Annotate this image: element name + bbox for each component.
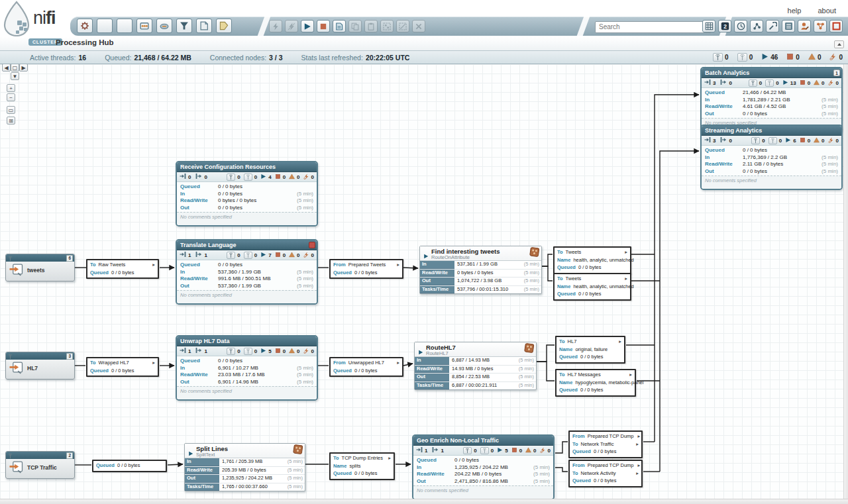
running-icon: [785, 137, 791, 144]
connection-line[interactable]: [542, 254, 553, 266]
connection-line[interactable]: [403, 268, 418, 268]
pan-down-button[interactable]: ▼: [11, 72, 19, 80]
search-input[interactable]: [595, 21, 712, 33]
connection-line[interactable]: [537, 345, 555, 362]
connection-queued-row: Queued0 / 0 bytes: [90, 269, 155, 277]
count-stopped: 0: [275, 252, 286, 259]
toolbar-disable-button[interactable]: [285, 20, 298, 32]
pan-right-button[interactable]: ▶: [19, 64, 28, 72]
connected-nodes-label: Connected nodes:: [210, 54, 266, 62]
connection-line[interactable]: [655, 95, 699, 442]
connection-label-from-unwrapped-hl7[interactable]: FromUnwrapped HL7▸Queued0 / 0 bytes: [329, 357, 403, 377]
toolbar-cluster-button[interactable]: [814, 20, 827, 32]
process-group-metrics: Queued21,466 / 64.22 MBIn1,781,289 / 2.2…: [702, 88, 841, 118]
toolbar-remote-process-group-button[interactable]: [156, 19, 172, 33]
process-group-streaming-analytics[interactable]: Streaming Analytics30006000Queued0 / 0 b…: [700, 125, 843, 190]
toolbar-stop-button[interactable]: [317, 20, 330, 32]
panel-toggle-button[interactable]: [834, 40, 844, 48]
help-link[interactable]: help: [788, 7, 802, 15]
breadcrumb[interactable]: Processing Hub: [56, 38, 114, 46]
processor-chip-icon: [529, 246, 540, 260]
toolbar-processor-button[interactable]: [77, 19, 93, 33]
toolbar-ungroup-button[interactable]: [396, 20, 409, 32]
toolbar-template-button[interactable]: [196, 19, 212, 33]
toolbar-enable-button[interactable]: [269, 20, 282, 32]
process-group-comments: No comments specified: [413, 485, 553, 499]
toolbar-group-button[interactable]: [380, 20, 394, 32]
toolbar-users-button[interactable]: [798, 20, 811, 32]
counters-icon: 2: [721, 22, 729, 30]
process-group-translate-language[interactable]: Translate Language11007000Queued0 / 0 by…: [176, 239, 318, 305]
connection-line[interactable]: [542, 266, 553, 281]
toolbar-provenance-button[interactable]: [750, 20, 763, 32]
toolbar-bulletin-board-button[interactable]: [829, 20, 843, 32]
toolbar-process-group-button[interactable]: [136, 19, 152, 33]
toolbar-input-port-button[interactable]: [97, 19, 113, 33]
port-counts: 11: [416, 446, 444, 454]
queued-value: 21,468 / 64.22 MB: [134, 54, 191, 62]
toolbar-funnel-button[interactable]: [176, 19, 192, 33]
processor-find-interesting-tweets[interactable]: Find interesting tweetsRouteOnAttributeI…: [419, 246, 542, 294]
toolbar-summary-button[interactable]: [702, 20, 716, 32]
chevron-up-icon: [837, 43, 841, 46]
connection-label-to-tweets-1[interactable]: ToTweets▸Namehealth, analytic, unmatched…: [553, 246, 631, 274]
toolbar-controller-settings-button[interactable]: [766, 20, 779, 32]
connection-label-to-hl7-messages[interactable]: ToHL7 Messages▸Namehypoglycemia, metabol…: [555, 369, 636, 397]
pan-left-button[interactable]: ◀: [2, 64, 11, 72]
connection-line[interactable]: [660, 151, 699, 472]
connection-line[interactable]: [537, 362, 555, 381]
connection-label-tcp-queued[interactable]: Queued0 / 0 bytes: [92, 460, 167, 472]
output-port-icon: [195, 347, 202, 355]
connection-label-to-wrapped-hl7[interactable]: ToWrapped HL7▸Queued0 / 0 bytes: [86, 357, 159, 377]
process-group-unwrap-hl7-data[interactable]: Unwrap HL7 Data11005000Queued0 / 0 bytes…: [176, 335, 318, 401]
output-port-icon: [195, 173, 202, 181]
zoom-actual-button[interactable]: ⊞: [7, 117, 15, 125]
process-group-geo-enrich-non-local-traffic[interactable]: Geo Enrich Non-Local Traffic11005000Queu…: [412, 434, 555, 500]
input-port-tweets[interactable]: 6tweets: [5, 254, 75, 281]
toolbar-output-port-button[interactable]: [117, 19, 132, 33]
connection-label-to-network-traffic[interactable]: FromPrepared TCP Dump▸ToNetwork Traffic▸…: [568, 430, 643, 458]
connection-line[interactable]: [555, 442, 568, 453]
toolbar-start-button[interactable]: [301, 20, 314, 32]
process-group-receive-configuration-resources[interactable]: Receive Configuration Resources00004000Q…: [176, 161, 318, 227]
zoom-out-button[interactable]: −: [7, 93, 15, 101]
toolbar-templates-button[interactable]: [782, 20, 795, 32]
connection-label-to-raw-tweets[interactable]: ToRaw Tweets▸Queued0 / 0 bytes: [86, 259, 159, 279]
input-port-hl7[interactable]: 3HL7: [5, 352, 75, 379]
horizontal-scrollbar[interactable]: [0, 499, 848, 504]
about-link[interactable]: about: [818, 7, 836, 15]
process-group-batch-analytics[interactable]: Batch Analytics1300013000Queued21,466 / …: [700, 67, 843, 132]
toolbar-label-button[interactable]: [216, 19, 232, 33]
not-transmitting-icon: [737, 53, 747, 62]
toolbar-copy-button[interactable]: [348, 20, 362, 32]
pan-center-button[interactable]: ▢: [11, 64, 19, 72]
toolbar-delete-button[interactable]: [412, 20, 425, 32]
connection-label-to-network-activity[interactable]: FromPrepared TCP Dump▸ToNetwork Activity…: [568, 460, 643, 487]
connection-label-from-prepared-tweets[interactable]: FromPrepared Tweets▸Queued0 / 0 bytes: [329, 259, 403, 279]
toolbar-save-template-button[interactable]: [333, 20, 346, 32]
transmitting-icon: [751, 137, 760, 144]
connection-label-to-tcp-dump-entries[interactable]: ToTCP Dump Entries▸NamesplitsQueued0 / 0…: [329, 452, 395, 480]
toolbar-history-button[interactable]: [734, 20, 747, 32]
count-transmitting: 0: [227, 348, 240, 355]
toolbar-paste-button[interactable]: [364, 20, 378, 32]
connection-line[interactable]: [555, 468, 568, 472]
connection-to-row: ToNetwork Traffic▸: [572, 440, 639, 448]
connection-label-to-hl7[interactable]: ToHL7▸Nameoriginal, failureQueued0 / 0 b…: [555, 336, 625, 364]
flow-canvas[interactable]: Batch Analytics1300013000Queued21,466 / …: [0, 64, 848, 504]
processor-split-lines[interactable]: Split LinesSplitTextIn1,761 / 205.39 MB(…: [184, 443, 305, 491]
zoom-fit-button[interactable]: ▭: [7, 106, 15, 114]
connection-line[interactable]: [168, 464, 183, 465]
zoom-in-button[interactable]: +: [7, 84, 15, 92]
transmitting-icon: [7, 450, 13, 462]
input-port-tcp-traffic[interactable]: 2TCP Traffic: [5, 451, 75, 479]
toolbar-counters-button[interactable]: 2: [718, 20, 731, 32]
connection-line[interactable]: [403, 364, 413, 366]
count-not-transmitting: 0: [768, 137, 782, 144]
provenance-icon: [753, 22, 761, 30]
processor-routehl7[interactable]: RouteHL7RouteHL7In6,887 / 14.93 MB(5 min…: [414, 342, 537, 390]
vertical-scrollbar[interactable]: [843, 64, 848, 499]
toolbar-divider: [576, 16, 590, 36]
flow-status-bar: Active threads:16 Queued:21,468 / 64.22 …: [0, 50, 848, 64]
connection-label-to-tweets-2[interactable]: ToTweets▸Namehealth, analytic, unmatched…: [553, 273, 631, 301]
